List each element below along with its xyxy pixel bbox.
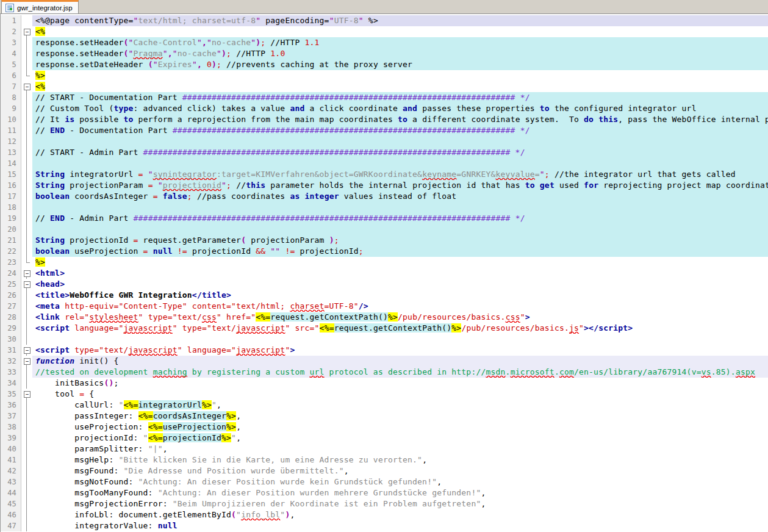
fold-toggle-icon[interactable]: − xyxy=(24,270,31,277)
code-segment: " type="text/ xyxy=(173,323,236,332)
fold-toggle-icon[interactable]: − xyxy=(24,281,31,288)
code-line-text[interactable]: response.setHeader("Cache-Control","no-c… xyxy=(32,37,768,48)
code-line-text[interactable]: // It is possible to perform a reproject… xyxy=(32,114,768,125)
fold-guide-line xyxy=(26,466,27,476)
code-line-text[interactable]: <% xyxy=(32,26,768,37)
code-line-text[interactable]: msgProjectionError: "Beim Umprojizieren … xyxy=(32,498,768,509)
code-line-text[interactable]: <html> xyxy=(32,268,768,279)
fold-toggle-icon[interactable]: − xyxy=(24,391,31,398)
code-segment: 1.1 xyxy=(305,38,320,47)
code-line-text[interactable]: projectionId: "<%=projectionId%>", xyxy=(32,433,768,444)
code-line: 8// START - Documentation Part #########… xyxy=(1,92,768,103)
code-line-text[interactable]: <link rel="stylesheet" type="text/css" h… xyxy=(32,312,768,323)
code-line-text[interactable]: // END - Admin Part ####################… xyxy=(32,213,768,224)
code-segment: , xyxy=(422,455,427,464)
code-segment: " xyxy=(129,49,134,58)
code-line-text[interactable]: tool = { xyxy=(32,389,768,400)
code-line-text[interactable]: %> xyxy=(32,70,768,81)
code-editor[interactable]: 1<%@page contentType="text/html; charset… xyxy=(0,13,768,532)
fold-guide xyxy=(21,367,32,378)
code-line-text[interactable]: boolean coordsAsInteger = false; //pass … xyxy=(32,191,768,202)
code-segment xyxy=(594,115,598,124)
code-line-text[interactable]: boolean useProjection = null != projecti… xyxy=(32,246,768,257)
code-segment: boolean xyxy=(35,192,70,201)
fold-guide-line xyxy=(26,103,27,114)
fold-guide-line xyxy=(26,367,27,378)
code-segment xyxy=(148,246,153,256)
code-segment: tool xyxy=(35,389,79,398)
code-line-text[interactable]: <% xyxy=(32,81,768,92)
fold-toggle-icon[interactable]: − xyxy=(24,84,31,90)
tab-title: gwr_integrator.jsp xyxy=(17,4,73,12)
code-line-text[interactable]: <script type="text/javascript" language=… xyxy=(32,345,768,356)
code-line-text[interactable]: <%@page contentType="text/html; charset=… xyxy=(32,15,768,26)
code-segment: request.getContextPath() xyxy=(270,312,388,322)
code-line-text[interactable]: useProjection: <%=useProjection%>, xyxy=(32,422,768,433)
code-segment: integratorUrl xyxy=(65,170,138,179)
code-line-text[interactable]: msgTooManyFound: "Achtung: An dieser Pos… xyxy=(32,487,768,498)
code-segment: /en-us/library/aa767914(v= xyxy=(574,367,702,376)
line-number: 21 xyxy=(1,235,21,246)
tab-gwr-integrator[interactable]: gwr_integrator.jsp xyxy=(1,0,79,13)
code-segment xyxy=(535,181,540,190)
fold-toggle-icon[interactable]: − xyxy=(24,347,31,354)
line-number: 45 xyxy=(1,498,21,509)
code-line-text[interactable] xyxy=(32,158,768,169)
code-line-text[interactable]: String projectionParam = "projectionid";… xyxy=(32,180,768,191)
code-line-text[interactable]: <meta http-equiv="Content-Type" content=… xyxy=(32,301,768,312)
code-line-text[interactable] xyxy=(32,202,768,213)
code-line-text[interactable]: integratorValue: null xyxy=(32,520,768,531)
code-line-text[interactable]: // START - Documentation Part ##########… xyxy=(32,92,768,103)
code-line: 16String projectionParam = "projectionid… xyxy=(1,180,768,191)
fold-toggle-icon[interactable]: − xyxy=(24,358,31,365)
code-line-text[interactable]: infoLbl: document.getElementById("info_l… xyxy=(32,509,768,520)
code-segment: msgProjectionError: xyxy=(35,499,173,508)
code-segment: ( xyxy=(241,235,246,245)
code-segment: msgFound: xyxy=(35,466,123,475)
code-segment: , xyxy=(344,466,349,475)
code-line-text[interactable]: msgNotFound: "Achtung: An dieser Positio… xyxy=(32,476,768,487)
code-line-text[interactable]: initBasics(); xyxy=(32,378,768,389)
code-segment: " xyxy=(212,400,217,409)
fold-guide xyxy=(21,476,32,487)
code-segment: END xyxy=(50,214,65,223)
code-segment: msgTooManyFound: xyxy=(35,488,158,497)
code-line-text[interactable] xyxy=(32,334,768,345)
code-segment: " xyxy=(579,323,584,332)
code-line-text[interactable]: // START - Admin Part ##################… xyxy=(32,147,768,158)
fold-guide-line xyxy=(26,290,27,301)
code-segment: " href=" xyxy=(217,312,256,322)
code-segment: ( xyxy=(148,60,153,69)
code-line: 20 xyxy=(1,224,768,235)
code-line-text[interactable]: %> xyxy=(32,257,768,268)
line-number: 24 xyxy=(1,268,21,279)
code-line-text[interactable]: <script language="javascript" type="text… xyxy=(32,323,768,334)
code-line-text[interactable]: function init() { xyxy=(32,356,768,367)
line-number: 36 xyxy=(1,400,21,411)
code-line-text[interactable]: <head> xyxy=(32,279,768,290)
code-line-text[interactable]: // END - Documentation Part ############… xyxy=(32,125,768,136)
code-line-text[interactable]: paramSplitter: "|", xyxy=(32,444,768,455)
code-segment: protocol as described in http:// xyxy=(325,367,486,376)
code-line-text[interactable]: msgFound: "Die Adresse und Position wurd… xyxy=(32,466,768,476)
code-line-text[interactable]: <title>WebOffice GWR Integration</title> xyxy=(32,290,768,301)
code-line: 44 msgTooManyFound: "Achtung: An dieser … xyxy=(1,487,768,498)
code-line-text[interactable]: String integratorUrl = "synintegrator:ta… xyxy=(32,169,768,180)
code-line-text[interactable]: callUrl: "<%=integratorUrl%>", xyxy=(32,400,768,411)
code-line-text[interactable] xyxy=(32,136,768,147)
code-line-text[interactable]: msgHelp: "Bitte klicken Sie in die Karte… xyxy=(32,455,768,466)
code-segment: response.setDateHeader xyxy=(35,60,148,69)
code-segment: parameter holds the internal projection … xyxy=(265,181,525,190)
code-line-text[interactable] xyxy=(32,224,768,235)
code-line-text[interactable]: // Custom Tool (type: advanced click) ta… xyxy=(32,103,768,114)
code-line-text[interactable]: String projectionId = request.getParamet… xyxy=(32,235,768,246)
code-segment: false xyxy=(163,192,187,201)
code-line-text[interactable]: //tested on development maching by regis… xyxy=(32,367,768,378)
code-line-text[interactable]: response.setHeader("Pragma","no-cache");… xyxy=(32,48,768,59)
code-line-text[interactable]: passInteger: <%=coordsAsInteger%>, xyxy=(32,411,768,422)
code-line-text[interactable]: response.setDateHeader ("Expires", 0); /… xyxy=(32,59,768,70)
code-segment: " language=" xyxy=(178,345,236,354)
code-segment: useProjection xyxy=(70,246,143,256)
fold-guide-line xyxy=(26,433,27,444)
fold-toggle-icon[interactable]: − xyxy=(24,29,31,35)
